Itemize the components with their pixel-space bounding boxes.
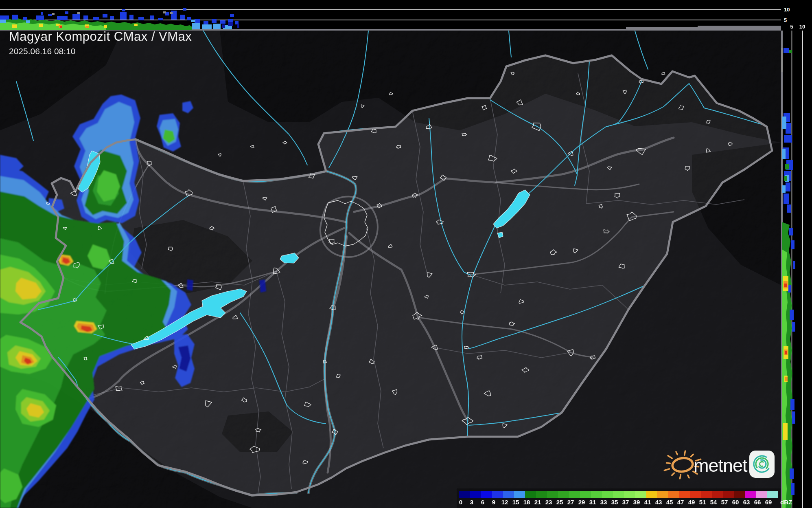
dbz-tick-label: 66 (754, 499, 761, 506)
title-block: Magyar Kompozit CMax / VMax 2025.06.16 0… (9, 29, 192, 56)
top-axis-label-10: 10 (784, 7, 790, 13)
timestamp: 2025.06.16 08:10 (9, 46, 192, 56)
dbz-segment (525, 491, 536, 498)
dbz-tick-label: 0 (459, 499, 462, 506)
dbz-segment (613, 491, 624, 498)
dbz-segment (536, 491, 547, 498)
dbz-tick-label: 60 (732, 499, 739, 506)
dbz-segment (624, 491, 635, 498)
dbz-segment (701, 491, 712, 498)
dbz-tick-label: 43 (655, 499, 662, 506)
dbz-segment (756, 491, 767, 498)
dbz-unit-label: dBZ (780, 499, 792, 506)
dbz-segment (514, 491, 525, 498)
dbz-tick-label: 27 (567, 499, 574, 506)
dbz-segment (657, 491, 668, 498)
dbz-segment (745, 491, 756, 498)
radar-map-canvas: 10 5 5 10 metnet (0, 0, 812, 508)
dbz-segment (459, 491, 471, 498)
dbz-tick-label: 21 (534, 499, 541, 506)
dbz-tick-label: 35 (611, 499, 618, 506)
dbz-tick-label: 25 (556, 499, 563, 506)
dbz-tick-label: 23 (545, 499, 552, 506)
color-scale-segments (459, 491, 778, 498)
dbz-segment (690, 491, 701, 498)
dbz-tick-label: 29 (578, 499, 585, 506)
dbz-segment (470, 491, 482, 498)
logo-text: metnet (694, 455, 748, 476)
dbz-segment (503, 491, 514, 498)
dbz-segment (723, 491, 734, 498)
dbz-tick-label: 41 (644, 499, 651, 506)
dbz-segment (767, 491, 778, 498)
dbz-tick-label: 47 (677, 499, 684, 506)
dbz-segment (580, 491, 591, 498)
dbz-segment (591, 491, 602, 498)
dbz-segment (635, 491, 646, 498)
dbz-segment (734, 491, 745, 498)
dbz-segment (481, 491, 492, 498)
dbz-tick-label: 18 (523, 499, 530, 506)
dbz-color-scale: 0369121518212325272931333537394143454749… (457, 488, 792, 508)
right-axis-label-5: 5 (790, 24, 793, 30)
dbz-tick-label: 54 (710, 499, 717, 506)
dbz-tick-label: 12 (501, 499, 508, 506)
dbz-segment (558, 491, 569, 498)
dbz-tick-label: 15 (512, 499, 519, 506)
map-area (0, 31, 781, 508)
dbz-segment (492, 491, 503, 498)
dbz-tick-label: 3 (470, 499, 473, 506)
dbz-tick-label: 31 (589, 499, 596, 506)
radar-cell-region (187, 279, 193, 291)
metnet-app-icon (749, 451, 775, 478)
dbz-segment (712, 491, 723, 498)
dbz-segment (569, 491, 580, 498)
dbz-tick-label: 45 (666, 499, 673, 506)
dbz-tick-label: 49 (688, 499, 695, 506)
dbz-segment (646, 491, 657, 498)
dbz-segment (668, 491, 679, 498)
right-cross-section: 5 10 (780, 24, 812, 508)
dbz-tick-label: 9 (492, 499, 495, 506)
dbz-tick-label: 39 (633, 499, 640, 506)
dbz-segment (602, 491, 613, 498)
dbz-tick-label: 51 (699, 499, 706, 506)
dbz-tick-label: 57 (721, 499, 728, 506)
dbz-tick-label: 6 (481, 499, 484, 506)
dbz-tick-label: 69 (765, 499, 772, 506)
dbz-segment (547, 491, 558, 498)
dbz-tick-label: 37 (622, 499, 629, 506)
dbz-segment (679, 491, 690, 498)
dbz-tick-label: 63 (743, 499, 750, 506)
top-cross-section: 10 5 (0, 0, 812, 31)
top-axis-label-5: 5 (784, 17, 787, 23)
right-axis-label-10: 10 (799, 24, 805, 30)
dbz-tick-label: 33 (600, 499, 607, 506)
radar-cell-region (259, 279, 266, 292)
page-title: Magyar Kompozit CMax / VMax (9, 29, 192, 44)
radar-composite-viewer: 10 5 5 10 metnet (0, 0, 812, 508)
